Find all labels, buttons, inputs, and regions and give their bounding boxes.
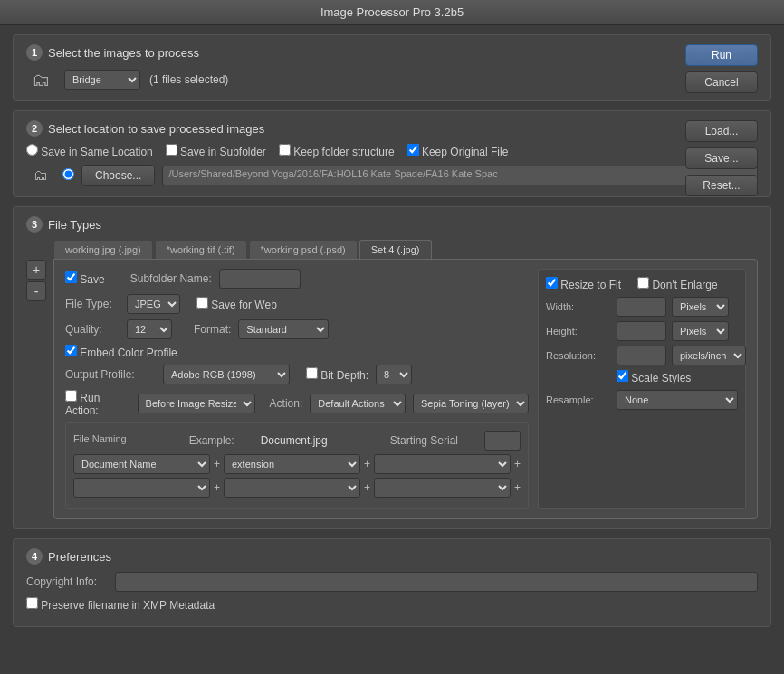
reset-button[interactable]: Reset... (685, 175, 758, 196)
save-button[interactable]: Save... (685, 147, 758, 169)
height-unit-select[interactable]: Pixels Inches (672, 321, 729, 341)
format-label: Format: (194, 323, 231, 336)
scale-styles-label[interactable]: Scale Styles (617, 370, 691, 384)
embed-color-check[interactable] (65, 345, 77, 356)
action-select[interactable]: Default Actions Other (310, 394, 406, 413)
dont-enlarge-check[interactable] (637, 277, 649, 289)
save-web-check[interactable] (196, 297, 208, 309)
resolution-unit-select[interactable]: pixels/inch pixels/cm (672, 346, 746, 365)
save-subfolder-option[interactable]: Save in Subfolder (166, 144, 266, 158)
height-label: Height: (546, 326, 611, 337)
tab-tif[interactable]: *working tif (.tif) (155, 240, 247, 259)
copyright-input[interactable] (115, 572, 758, 592)
choose-radio-input[interactable] (62, 168, 74, 180)
load-button[interactable]: Load... (685, 120, 758, 142)
starting-serial-input[interactable]: 1 (484, 431, 521, 451)
keep-folder-check[interactable] (279, 144, 291, 156)
subfolder-name-input[interactable]: Set 4 (219, 269, 301, 289)
add-tab-button[interactable]: + (26, 260, 46, 280)
save-checkbox[interactable] (65, 271, 77, 283)
action-item-select[interactable]: Sepia Toning (layer) (413, 394, 529, 413)
files-selected-label: (1 files selected) (149, 73, 228, 86)
section2-title: Select location to save processed images (48, 122, 264, 136)
keep-original-check[interactable] (407, 144, 419, 156)
naming-left-1[interactable]: Document Name document name (73, 454, 210, 474)
resize-to-fit-check[interactable] (546, 277, 558, 289)
height-input[interactable]: 1158 (617, 321, 666, 341)
section-4: 4 Preferences Copyright Info: Preserve f… (13, 538, 771, 627)
bit-depth-select[interactable]: 8 16 (376, 365, 412, 384)
naming-plus-4: + (214, 481, 220, 494)
run-action-check-label[interactable]: Run Action: (65, 390, 127, 417)
source-folder-icon: 🗂 (26, 68, 55, 91)
resolution-input[interactable]: 150 (617, 346, 666, 365)
scale-styles-check[interactable] (617, 370, 628, 382)
save-subfolder-check[interactable] (166, 144, 177, 156)
section-1: Run Cancel 1 Select the images to proces… (13, 34, 771, 101)
choose-radio[interactable] (62, 168, 74, 183)
path-display: /Users/Shared/Beyond Yoga/2016/FA:HOL16 … (162, 166, 758, 185)
title-bar: Image Processor Pro 3.2b5 (0, 0, 784, 25)
bit-depth-check[interactable] (306, 367, 318, 379)
quality-format-row: Quality: 12 11 10 Format: Standard Optim… (65, 319, 529, 339)
naming-plus-2: + (364, 458, 370, 470)
section3-header: 3 File Types (26, 216, 758, 233)
naming-extra-1[interactable] (374, 454, 511, 474)
source-select[interactable]: Bridge Folder Open Files (64, 70, 140, 90)
section3-number: 3 (26, 216, 43, 233)
save-same-option[interactable]: Save in Same Location (26, 144, 153, 158)
naming-extra-2[interactable] (374, 478, 511, 498)
save-web-label[interactable]: Save for Web (196, 297, 277, 311)
run-button[interactable]: Run (685, 44, 758, 66)
keep-original-option[interactable]: Keep Original File (407, 144, 509, 158)
resample-select[interactable]: None Bicubic Bilinear (617, 390, 738, 410)
output-profile-label: Output Profile: (65, 368, 156, 381)
naming-left-2[interactable] (73, 478, 210, 498)
example-label: Example: (189, 434, 234, 447)
action-buttons: Run Cancel (685, 44, 758, 93)
quality-select[interactable]: 12 11 10 (127, 319, 172, 339)
dest-folder-icon: 🗂 (26, 164, 55, 187)
naming-plus-1: + (214, 458, 220, 470)
tab-jpg[interactable]: working jpg (.jpg) (53, 240, 153, 259)
quality-label: Quality: (65, 323, 120, 336)
run-action-row: Run Action: Before Image Resize After Im… (65, 390, 529, 417)
preserve-xmp-check[interactable] (26, 597, 38, 609)
dont-enlarge-label[interactable]: Don't Enlarge (637, 277, 718, 291)
section-2: Load... Save... Reset... 2 Select locati… (13, 110, 771, 197)
tab-content: Save Subfolder Name: Set 4 File Type: JP… (53, 259, 758, 519)
remove-tab-button[interactable]: - (26, 281, 46, 301)
file-type-label: File Type: (65, 298, 120, 310)
preserve-xmp-row: Preserve filename in XMP Metadata (26, 597, 758, 612)
save-checkbox-label[interactable]: Save (65, 271, 105, 286)
section4-header: 4 Preferences (26, 548, 758, 565)
width-unit-select[interactable]: Pixels Inches (672, 297, 729, 317)
file-naming-header: File Naming Example: Document.jpg Starti… (73, 431, 521, 451)
action-timing-select[interactable]: Before Image Resize After Image Resize (138, 394, 255, 413)
width-input[interactable]: 1158 (617, 297, 666, 317)
cancel-button[interactable]: Cancel (685, 71, 758, 93)
output-profile-select[interactable]: Adobe RGB (1998) sRGB ProPhoto RGB (163, 365, 290, 384)
naming-plus-6: + (514, 481, 521, 494)
section1-title: Select the images to process (48, 46, 199, 60)
naming-right-2[interactable] (224, 478, 360, 498)
preserve-xmp-label[interactable]: Preserve filename in XMP Metadata (26, 597, 215, 612)
tab-psd[interactable]: *working psd (.psd) (249, 240, 358, 259)
file-type-row: File Type: JPEG TIFF PSD Save for Web (65, 294, 529, 314)
resolution-label: Resolution: (546, 350, 611, 361)
keep-folder-option[interactable]: Keep folder structure (279, 144, 395, 158)
run-action-check[interactable] (65, 390, 77, 402)
naming-right-1[interactable]: extension .ext (224, 454, 360, 474)
embed-color-row: Embed Color Profile (65, 345, 529, 359)
resize-to-fit-label[interactable]: Resize to Fit (546, 277, 621, 291)
save-same-radio[interactable] (26, 144, 38, 156)
embed-color-label[interactable]: Embed Color Profile (65, 345, 177, 359)
format-select[interactable]: Standard Optimized Progressive (238, 319, 329, 339)
section1-header: 1 Select the images to process (26, 44, 758, 61)
choose-button[interactable]: Choose... (81, 165, 155, 186)
section3-body: + - working jpg (.jpg) *working tif (.ti… (26, 240, 758, 519)
file-type-select[interactable]: JPEG TIFF PSD (127, 294, 180, 314)
width-label: Width: (546, 301, 611, 312)
section2-options-row: Save in Same Location Save in Subfolder … (26, 144, 758, 158)
tab-set4[interactable]: Set 4 (.jpg) (359, 240, 432, 259)
